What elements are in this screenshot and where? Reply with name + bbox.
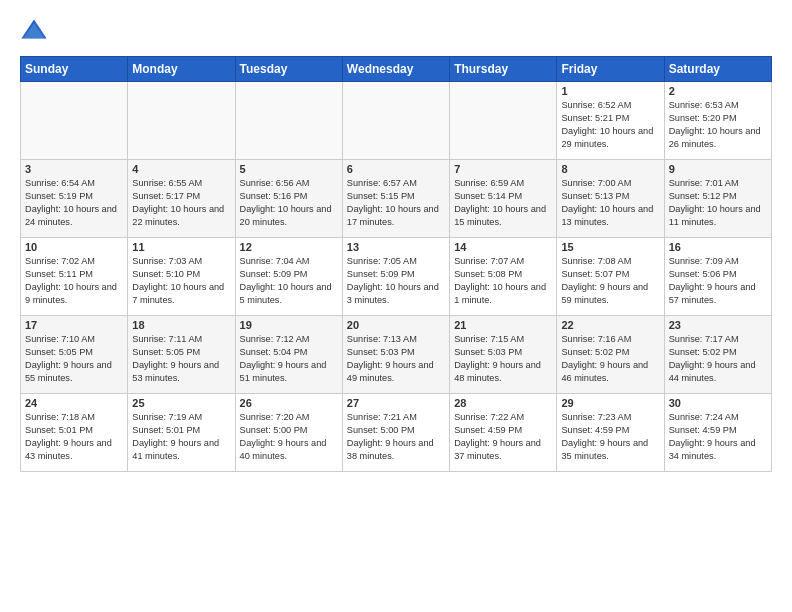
day-number: 5 [240, 163, 338, 175]
logo [20, 16, 52, 44]
calendar-cell: 15Sunrise: 7:08 AMSunset: 5:07 PMDayligh… [557, 238, 664, 316]
day-info: Sunrise: 7:00 AMSunset: 5:13 PMDaylight:… [561, 177, 659, 229]
day-info: Sunrise: 7:22 AMSunset: 4:59 PMDaylight:… [454, 411, 552, 463]
day-info: Sunrise: 7:08 AMSunset: 5:07 PMDaylight:… [561, 255, 659, 307]
day-number: 20 [347, 319, 445, 331]
calendar-week-row: 1Sunrise: 6:52 AMSunset: 5:21 PMDaylight… [21, 82, 772, 160]
day-number: 26 [240, 397, 338, 409]
day-number: 30 [669, 397, 767, 409]
day-number: 8 [561, 163, 659, 175]
weekday-header: Monday [128, 57, 235, 82]
day-number: 15 [561, 241, 659, 253]
day-number: 14 [454, 241, 552, 253]
day-number: 13 [347, 241, 445, 253]
calendar-cell: 24Sunrise: 7:18 AMSunset: 5:01 PMDayligh… [21, 394, 128, 472]
calendar-cell: 26Sunrise: 7:20 AMSunset: 5:00 PMDayligh… [235, 394, 342, 472]
calendar-week-row: 3Sunrise: 6:54 AMSunset: 5:19 PMDaylight… [21, 160, 772, 238]
day-number: 23 [669, 319, 767, 331]
day-info: Sunrise: 7:13 AMSunset: 5:03 PMDaylight:… [347, 333, 445, 385]
day-info: Sunrise: 7:09 AMSunset: 5:06 PMDaylight:… [669, 255, 767, 307]
calendar-cell: 21Sunrise: 7:15 AMSunset: 5:03 PMDayligh… [450, 316, 557, 394]
day-info: Sunrise: 7:11 AMSunset: 5:05 PMDaylight:… [132, 333, 230, 385]
page-header [20, 16, 772, 44]
calendar-cell: 5Sunrise: 6:56 AMSunset: 5:16 PMDaylight… [235, 160, 342, 238]
logo-icon [20, 16, 48, 44]
day-info: Sunrise: 6:59 AMSunset: 5:14 PMDaylight:… [454, 177, 552, 229]
calendar-cell: 20Sunrise: 7:13 AMSunset: 5:03 PMDayligh… [342, 316, 449, 394]
calendar-cell: 28Sunrise: 7:22 AMSunset: 4:59 PMDayligh… [450, 394, 557, 472]
calendar-table: SundayMondayTuesdayWednesdayThursdayFrid… [20, 56, 772, 472]
calendar-cell: 22Sunrise: 7:16 AMSunset: 5:02 PMDayligh… [557, 316, 664, 394]
day-number: 2 [669, 85, 767, 97]
day-info: Sunrise: 7:07 AMSunset: 5:08 PMDaylight:… [454, 255, 552, 307]
day-number: 10 [25, 241, 123, 253]
day-info: Sunrise: 7:23 AMSunset: 4:59 PMDaylight:… [561, 411, 659, 463]
day-info: Sunrise: 7:24 AMSunset: 4:59 PMDaylight:… [669, 411, 767, 463]
day-info: Sunrise: 6:54 AMSunset: 5:19 PMDaylight:… [25, 177, 123, 229]
day-info: Sunrise: 7:17 AMSunset: 5:02 PMDaylight:… [669, 333, 767, 385]
day-number: 7 [454, 163, 552, 175]
calendar-week-row: 17Sunrise: 7:10 AMSunset: 5:05 PMDayligh… [21, 316, 772, 394]
day-number: 28 [454, 397, 552, 409]
day-number: 27 [347, 397, 445, 409]
day-info: Sunrise: 7:10 AMSunset: 5:05 PMDaylight:… [25, 333, 123, 385]
day-number: 12 [240, 241, 338, 253]
calendar-week-row: 10Sunrise: 7:02 AMSunset: 5:11 PMDayligh… [21, 238, 772, 316]
calendar-cell: 17Sunrise: 7:10 AMSunset: 5:05 PMDayligh… [21, 316, 128, 394]
calendar-cell: 30Sunrise: 7:24 AMSunset: 4:59 PMDayligh… [664, 394, 771, 472]
day-info: Sunrise: 7:21 AMSunset: 5:00 PMDaylight:… [347, 411, 445, 463]
weekday-header: Sunday [21, 57, 128, 82]
day-info: Sunrise: 7:15 AMSunset: 5:03 PMDaylight:… [454, 333, 552, 385]
calendar-cell: 14Sunrise: 7:07 AMSunset: 5:08 PMDayligh… [450, 238, 557, 316]
calendar-cell: 23Sunrise: 7:17 AMSunset: 5:02 PMDayligh… [664, 316, 771, 394]
day-number: 9 [669, 163, 767, 175]
calendar-cell: 10Sunrise: 7:02 AMSunset: 5:11 PMDayligh… [21, 238, 128, 316]
page-container: SundayMondayTuesdayWednesdayThursdayFrid… [0, 0, 792, 482]
day-info: Sunrise: 7:02 AMSunset: 5:11 PMDaylight:… [25, 255, 123, 307]
day-info: Sunrise: 7:20 AMSunset: 5:00 PMDaylight:… [240, 411, 338, 463]
weekday-header: Tuesday [235, 57, 342, 82]
calendar-cell: 25Sunrise: 7:19 AMSunset: 5:01 PMDayligh… [128, 394, 235, 472]
calendar-cell: 19Sunrise: 7:12 AMSunset: 5:04 PMDayligh… [235, 316, 342, 394]
day-number: 6 [347, 163, 445, 175]
calendar-cell: 9Sunrise: 7:01 AMSunset: 5:12 PMDaylight… [664, 160, 771, 238]
calendar-cell: 7Sunrise: 6:59 AMSunset: 5:14 PMDaylight… [450, 160, 557, 238]
day-info: Sunrise: 6:55 AMSunset: 5:17 PMDaylight:… [132, 177, 230, 229]
day-number: 3 [25, 163, 123, 175]
calendar-cell [128, 82, 235, 160]
day-info: Sunrise: 6:57 AMSunset: 5:15 PMDaylight:… [347, 177, 445, 229]
calendar-cell: 2Sunrise: 6:53 AMSunset: 5:20 PMDaylight… [664, 82, 771, 160]
calendar-cell: 13Sunrise: 7:05 AMSunset: 5:09 PMDayligh… [342, 238, 449, 316]
calendar-cell [342, 82, 449, 160]
day-number: 25 [132, 397, 230, 409]
calendar-cell [450, 82, 557, 160]
calendar-cell: 8Sunrise: 7:00 AMSunset: 5:13 PMDaylight… [557, 160, 664, 238]
weekday-header-row: SundayMondayTuesdayWednesdayThursdayFrid… [21, 57, 772, 82]
day-number: 18 [132, 319, 230, 331]
day-info: Sunrise: 7:05 AMSunset: 5:09 PMDaylight:… [347, 255, 445, 307]
day-number: 19 [240, 319, 338, 331]
day-number: 17 [25, 319, 123, 331]
day-number: 16 [669, 241, 767, 253]
calendar-cell: 4Sunrise: 6:55 AMSunset: 5:17 PMDaylight… [128, 160, 235, 238]
day-info: Sunrise: 6:53 AMSunset: 5:20 PMDaylight:… [669, 99, 767, 151]
calendar-cell: 6Sunrise: 6:57 AMSunset: 5:15 PMDaylight… [342, 160, 449, 238]
weekday-header: Wednesday [342, 57, 449, 82]
calendar-cell: 12Sunrise: 7:04 AMSunset: 5:09 PMDayligh… [235, 238, 342, 316]
day-info: Sunrise: 6:56 AMSunset: 5:16 PMDaylight:… [240, 177, 338, 229]
calendar-cell [21, 82, 128, 160]
calendar-week-row: 24Sunrise: 7:18 AMSunset: 5:01 PMDayligh… [21, 394, 772, 472]
calendar-cell: 1Sunrise: 6:52 AMSunset: 5:21 PMDaylight… [557, 82, 664, 160]
day-number: 29 [561, 397, 659, 409]
day-number: 22 [561, 319, 659, 331]
day-number: 4 [132, 163, 230, 175]
day-number: 24 [25, 397, 123, 409]
calendar-cell: 3Sunrise: 6:54 AMSunset: 5:19 PMDaylight… [21, 160, 128, 238]
day-number: 21 [454, 319, 552, 331]
day-info: Sunrise: 7:19 AMSunset: 5:01 PMDaylight:… [132, 411, 230, 463]
calendar-cell: 18Sunrise: 7:11 AMSunset: 5:05 PMDayligh… [128, 316, 235, 394]
day-info: Sunrise: 7:16 AMSunset: 5:02 PMDaylight:… [561, 333, 659, 385]
day-info: Sunrise: 7:12 AMSunset: 5:04 PMDaylight:… [240, 333, 338, 385]
day-info: Sunrise: 7:01 AMSunset: 5:12 PMDaylight:… [669, 177, 767, 229]
calendar-cell: 27Sunrise: 7:21 AMSunset: 5:00 PMDayligh… [342, 394, 449, 472]
